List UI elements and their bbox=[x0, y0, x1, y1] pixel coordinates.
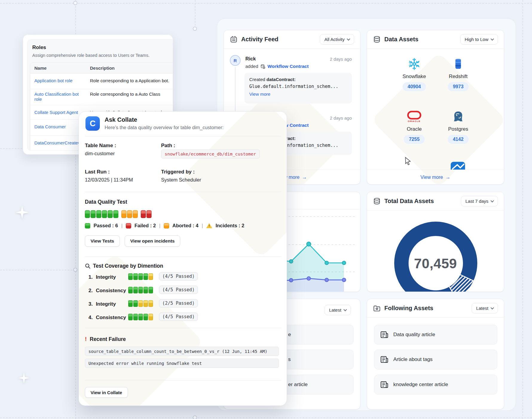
asset-tile-snowflake[interactable]: Snowflake 40904 bbox=[393, 57, 435, 91]
column-header-name: Name bbox=[30, 63, 86, 73]
quality-actions: View Tests View open incidents bbox=[85, 235, 180, 247]
green-segment bbox=[133, 273, 138, 280]
activity-filter-dropdown[interactable]: All Activity bbox=[320, 34, 354, 45]
role-name-link[interactable]: DataConsumerCreateGT bbox=[34, 140, 84, 145]
assets-footer: View more → bbox=[367, 170, 504, 185]
collate-logo: C bbox=[85, 116, 100, 131]
column-header-description: Description bbox=[86, 63, 173, 73]
donut-chart bbox=[367, 192, 504, 292]
asset-tile-redshift[interactable]: Redshift 9973 bbox=[437, 57, 479, 91]
aborted-key-icon bbox=[164, 223, 169, 228]
orange-segment bbox=[121, 210, 126, 218]
coverage-label: Integrity bbox=[96, 274, 116, 280]
green-segment bbox=[91, 210, 96, 218]
role-description: Role corresponding to a Auto Class bbox=[86, 89, 173, 105]
folder-star-icon bbox=[373, 304, 381, 312]
snowflake-icon bbox=[407, 57, 421, 71]
asset-tile-postgres[interactable]: Postgres 4142 bbox=[437, 110, 479, 144]
coverage-row: 2. Consistency bbox=[88, 288, 126, 294]
arrow-right-icon: → bbox=[445, 174, 450, 180]
watermark bbox=[181, 111, 287, 258]
following-list-item[interactable]: Data quality article bbox=[374, 325, 497, 345]
view-tests-button[interactable]: View Tests bbox=[85, 235, 120, 247]
aborted-legend: Aborted : 4 bbox=[172, 223, 198, 228]
assets-view-more-link[interactable]: View more bbox=[421, 175, 443, 180]
chevron-down-icon bbox=[490, 37, 494, 40]
divider bbox=[85, 328, 281, 328]
desktop-canvas: Activity Feed All Activity R Rick 2 days… bbox=[0, 0, 532, 419]
failure-heading-row: ! Recent Failure bbox=[85, 336, 126, 342]
following-filter-dropdown[interactable]: Latest bbox=[472, 303, 498, 313]
green-segment bbox=[133, 287, 138, 293]
total-data-assets-panel: Total Data Assets Last 7 days 70,459 bbox=[367, 192, 504, 292]
failure-test-chip: source_table_table_column_count_to_be_be… bbox=[85, 347, 279, 356]
activity-filter-label: All Activity bbox=[324, 37, 345, 42]
view-in-collate-button[interactable]: View in Collate bbox=[85, 387, 128, 398]
coverage-bar bbox=[128, 300, 153, 307]
separator: | bbox=[121, 223, 123, 228]
coverage-heading-row: Test Coverage by Dimention bbox=[85, 263, 163, 269]
yellow-segment bbox=[143, 300, 148, 307]
green-segment bbox=[96, 210, 101, 218]
roles-table-row: Application bot role Role corresponding … bbox=[30, 74, 173, 89]
article-label-fragment: e bbox=[288, 332, 291, 338]
red-segment bbox=[141, 210, 146, 218]
incidents-legend: Incidents : 2 bbox=[215, 223, 244, 228]
data-assets-panel: Data Assets High to Low Snowflake 40904 bbox=[367, 30, 504, 185]
path-label: Path : bbox=[161, 143, 175, 149]
grid-node bbox=[193, 27, 197, 31]
view-open-incidents-button[interactable]: View open incidents bbox=[125, 235, 181, 247]
feed-action-row: added Workflow Contract bbox=[245, 64, 309, 69]
yellow-segment bbox=[138, 300, 143, 307]
asset-name: Postgres bbox=[448, 126, 468, 132]
coverage-row: 1. Integrity bbox=[88, 274, 116, 280]
following-list-item[interactable]: knowledge center article bbox=[374, 375, 497, 394]
coverage-row: 4. Consistency bbox=[88, 315, 126, 321]
following-item-label: Article about tags bbox=[393, 356, 432, 362]
articles-filter-label: Latest bbox=[329, 307, 341, 313]
aborted-bar bbox=[121, 210, 138, 218]
panel-title: Data Assets bbox=[384, 36, 418, 43]
coverage-label: Consistency bbox=[96, 315, 126, 320]
role-name-link[interactable]: Application bot role bbox=[34, 78, 73, 83]
detail-prefix: Created bbox=[249, 77, 265, 82]
passed-legend: Passed : 6 bbox=[94, 223, 118, 228]
grid-line bbox=[0, 3, 532, 4]
redshift-icon bbox=[451, 57, 465, 71]
feed-connector bbox=[235, 67, 236, 113]
detail-view-more-link[interactable]: View more bbox=[249, 92, 347, 97]
following-item-label: Data quality article bbox=[393, 332, 435, 338]
quality-legend: Passed : 6 | Failed : 2 | Aborted : 4 | … bbox=[85, 223, 244, 228]
feed-user-name: Rick bbox=[245, 56, 256, 62]
asset-name: Redshift bbox=[449, 74, 467, 80]
search-icon bbox=[85, 263, 91, 269]
articles-filter-dropdown[interactable]: Latest bbox=[325, 305, 351, 315]
green-segment bbox=[133, 314, 138, 320]
green-segment bbox=[128, 314, 133, 320]
coverage-label: Integrity bbox=[96, 301, 116, 307]
cursor-icon bbox=[405, 157, 412, 165]
green-segment bbox=[113, 210, 118, 218]
failure-message-chip: Unexpected error while running Snowflake… bbox=[85, 359, 279, 368]
following-assets-panel: Following Assets Latest Data quality art… bbox=[367, 299, 504, 409]
green-segment bbox=[128, 287, 133, 293]
role-name-link[interactable]: Data Consumer bbox=[34, 124, 66, 129]
asset-tile-oracle[interactable]: ORACLE Oracle 7255 bbox=[393, 110, 435, 144]
panel-title: Activity Feed bbox=[241, 36, 278, 43]
assets-sort-dropdown[interactable]: High to Low bbox=[460, 34, 498, 45]
green-segment bbox=[85, 210, 90, 218]
feed-target-link[interactable]: Workflow Contract bbox=[267, 64, 309, 69]
following-list-item[interactable]: Article about tags bbox=[374, 350, 497, 369]
feed-timestamp: 2 days ago bbox=[330, 57, 352, 62]
partial-logo bbox=[450, 161, 466, 170]
activity-feed-icon bbox=[230, 36, 238, 43]
role-name-link[interactable]: Auto Classification bot role bbox=[34, 92, 79, 102]
coverage-chip: (4/5 Passed) bbox=[159, 272, 198, 281]
failed-key-icon bbox=[126, 223, 131, 228]
last-run-value: 12/03/2025 | 11:34PM bbox=[85, 177, 133, 183]
divider bbox=[85, 192, 281, 192]
grid-line bbox=[522, 0, 523, 419]
green-segment bbox=[143, 314, 148, 320]
role-name-link[interactable]: Collate Support Agent bbox=[34, 110, 78, 115]
chevron-down-icon bbox=[343, 308, 347, 311]
